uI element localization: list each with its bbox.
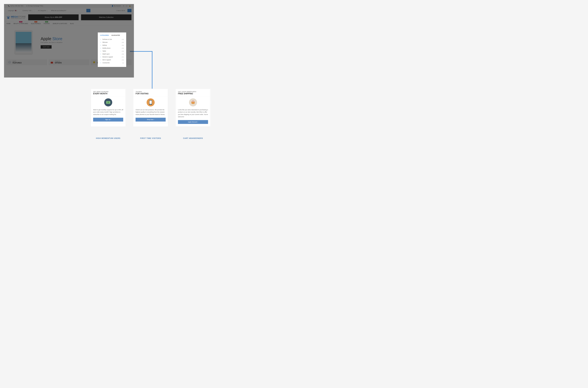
- card-cta-button[interactable]: Sign Up ›: [93, 118, 123, 122]
- category-count: (16): [122, 45, 124, 46]
- chevron-right-icon: ›: [111, 119, 111, 121]
- category-count: (1): [122, 62, 124, 64]
- callout-card: GET NEW COUPONS EVERY MONTH Want to get …: [91, 89, 126, 126]
- card-text: Check out our new products. We provide t…: [136, 109, 166, 116]
- category-row[interactable]: ☆Mobile phone(19): [100, 47, 124, 49]
- category-count: (19): [122, 59, 124, 61]
- categories-panel: CATEGORIES GUARANTEE ☆Perfume & Colo(14)…: [98, 32, 126, 67]
- category-row[interactable]: ☆Tablet(15): [100, 49, 124, 52]
- category-count: (19): [122, 48, 124, 49]
- star-icon: ☆: [100, 59, 102, 61]
- category-name: Tablet: [102, 50, 106, 52]
- category-name: Mobile phone: [102, 47, 110, 49]
- star-icon: ☆: [100, 53, 102, 55]
- category-name: Skincare: [102, 42, 108, 43]
- card-pretitle: GET NEW COUPONS: [93, 91, 123, 93]
- connector-line: [152, 51, 153, 89]
- card-cta-button[interactable]: Apply Discount ›: [178, 120, 208, 124]
- svg-point-12: [150, 104, 151, 105]
- category-count: (19): [122, 42, 124, 43]
- category-row[interactable]: ☆Perfume & Colo(14): [100, 38, 124, 41]
- star-icon: ☆: [100, 50, 102, 52]
- callout-labels: HIGH MOMENTUM USERS FIRST TIME VISITORS …: [91, 137, 210, 139]
- card-icon: [104, 98, 112, 106]
- card-icon: [147, 98, 155, 106]
- star-icon: ☆: [100, 39, 102, 40]
- tab-categories[interactable]: CATEGORIES: [100, 34, 109, 36]
- category-name: Metkup: [102, 44, 107, 46]
- category-row[interactable]: ☆Women's Apparel(17): [100, 55, 124, 58]
- category-row[interactable]: ☆Accessories(1): [100, 61, 124, 64]
- tab-guarantee[interactable]: GUARANTEE: [111, 34, 120, 36]
- category-name: Women's Apparel: [102, 56, 113, 58]
- ecommerce-screenshot: 📞 Call us: 090 456 7823 ⇄ 30 Days Exchan…: [4, 4, 134, 77]
- label-first-time: FIRST TIME VISITORS: [133, 137, 168, 139]
- category-count: (17): [122, 56, 124, 58]
- card-title: FREE SHIPPING: [178, 93, 208, 95]
- category-count: (19): [122, 53, 124, 55]
- callout-card: THANKS FOR VISITING Check out our new pr…: [133, 89, 168, 126]
- star-icon: ☆: [100, 48, 102, 49]
- card-text: Looks like you were interested in purcha…: [178, 109, 208, 118]
- label-cart-abandoners: CART ABANDONERS: [176, 137, 211, 139]
- card-cta-button[interactable]: Shop Now ›: [136, 118, 166, 122]
- card-pretitle: GET YOUR ORDER WITH: [178, 91, 208, 93]
- star-icon: ☆: [100, 42, 102, 43]
- star-icon: ☆: [100, 56, 102, 58]
- chevron-right-icon: ›: [154, 119, 154, 121]
- card-text: Want to get monthly coupons for up to 30…: [93, 109, 123, 116]
- category-count: (14): [122, 39, 124, 40]
- category-row[interactable]: ☆Skincare(19): [100, 41, 124, 44]
- svg-point-9: [107, 102, 109, 103]
- category-name: Watch sport: [102, 53, 109, 55]
- category-name: Accessories: [102, 62, 109, 64]
- category-count: (15): [122, 50, 124, 52]
- card-title: EVERY MONTH: [93, 93, 123, 95]
- card-pretitle: THANKS: [136, 91, 166, 93]
- callout-cards: GET NEW COUPONS EVERY MONTH Want to get …: [91, 89, 210, 126]
- label-high-momentum: HIGH MOMENTUM USERS: [91, 137, 126, 139]
- category-name: Perfume & Colo: [102, 39, 112, 40]
- card-title: FOR VISITING: [136, 93, 166, 95]
- category-row[interactable]: ☆Metkup(16): [100, 44, 124, 47]
- category-name: Men's Apparel: [102, 59, 111, 61]
- chevron-right-icon: ›: [198, 121, 198, 123]
- category-row[interactable]: ☆Watch sport(19): [100, 52, 124, 55]
- star-icon: ☆: [100, 62, 102, 64]
- callout-card: GET YOUR ORDER WITH FREE SHIPPING Looks …: [176, 89, 211, 126]
- category-row[interactable]: ☆Men's Apparel(19): [100, 58, 124, 61]
- star-icon: ☆: [100, 45, 102, 46]
- card-icon: [189, 98, 197, 106]
- svg-rect-11: [150, 100, 152, 104]
